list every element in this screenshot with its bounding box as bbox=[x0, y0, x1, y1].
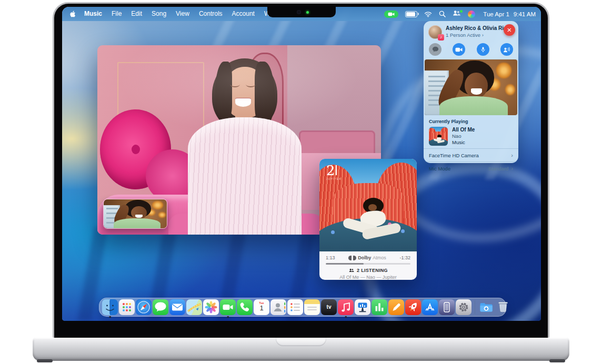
shareplay-button[interactable] bbox=[500, 43, 513, 56]
song-title: All Of Me bbox=[452, 127, 475, 133]
apple-menu-icon[interactable] bbox=[69, 10, 76, 18]
clock-date: Tue Apr 1 bbox=[483, 11, 509, 17]
laptop-foot bbox=[37, 359, 53, 362]
mic-mode-row[interactable]: Mic Mode Standard › bbox=[424, 161, 518, 175]
participant-video bbox=[425, 59, 517, 115]
display-notch bbox=[267, 7, 336, 17]
song-artist: Nao bbox=[452, 133, 475, 139]
menu-song[interactable]: Song bbox=[147, 7, 171, 21]
album-logo: 2 JUPITER bbox=[326, 164, 342, 181]
facetime-session-widget: ♪ Ashley Rico & Olivia Rico 1 Person Act… bbox=[424, 21, 518, 163]
dock-numbers-icon[interactable] bbox=[372, 299, 387, 315]
dolby-atmos-badge: Dolby Atmos bbox=[348, 255, 386, 260]
listening-count: 2 LISTENING bbox=[357, 268, 388, 273]
clock-time: 9:41 AM bbox=[514, 11, 536, 17]
playback-progress-bar[interactable] bbox=[326, 263, 410, 265]
dock-trash-icon[interactable] bbox=[495, 299, 511, 315]
camera-in-use-indicator[interactable] bbox=[384, 11, 398, 18]
chat-bubble-icon bbox=[432, 46, 439, 53]
music-app-badge-icon: ♪ bbox=[438, 34, 444, 41]
siri-icon[interactable] bbox=[468, 11, 475, 18]
menu-app-name[interactable]: Music bbox=[79, 7, 107, 21]
dock-music-icon[interactable] bbox=[338, 299, 354, 315]
shareplay-status-icon[interactable] bbox=[453, 10, 461, 18]
remaining-time: -1:32 bbox=[399, 255, 410, 260]
call-title: Ashley Rico & Olivia Rico bbox=[446, 25, 510, 31]
menu-account[interactable]: Account bbox=[227, 7, 259, 21]
chevron-right-icon: › bbox=[511, 165, 513, 171]
mini-album-artwork bbox=[429, 127, 448, 146]
currently-playing-section: Currently Playing All Of Me Nao Music bbox=[424, 115, 518, 148]
dock-keynote-icon[interactable] bbox=[355, 299, 370, 315]
menu-controls[interactable]: Controls bbox=[194, 7, 227, 21]
widget-header: ♪ Ashley Rico & Olivia Rico 1 Person Act… bbox=[424, 21, 518, 42]
dock-safari-icon[interactable] bbox=[136, 299, 152, 315]
mute-button[interactable] bbox=[477, 43, 489, 56]
shareplay-icon bbox=[503, 46, 510, 53]
menu-edit[interactable]: Edit bbox=[126, 7, 147, 21]
call-active-status[interactable]: 1 Person Active › bbox=[446, 32, 510, 38]
menu-file[interactable]: File bbox=[107, 7, 126, 21]
dock-apple-tv-icon[interactable]: tv bbox=[321, 299, 337, 315]
dock-phone-icon[interactable] bbox=[237, 299, 253, 315]
currently-playing-label: Currently Playing bbox=[429, 119, 513, 124]
camera-setting-row[interactable]: FaceTime HD Camera › bbox=[424, 148, 518, 161]
dock-photos-icon[interactable] bbox=[203, 299, 219, 315]
menu-bar-clock[interactable]: Tue Apr 19:41 AM bbox=[483, 11, 536, 17]
music-card-controls: 1:13 Dolby Atmos -1:32 2 LISTENING All O… bbox=[319, 251, 417, 280]
dock-mail-icon[interactable] bbox=[169, 299, 185, 315]
dock-calendar-icon[interactable]: Tue1 bbox=[254, 299, 269, 315]
dock-downloads-folder-icon[interactable] bbox=[478, 299, 494, 315]
dock-launchpad-icon[interactable] bbox=[119, 299, 135, 315]
video-camera-icon bbox=[455, 47, 463, 52]
shareplay-music-card[interactable]: 2 JUPITER 1:13 Dolby Atmos -1:32 bbox=[319, 159, 417, 280]
lid-lift-notch bbox=[276, 338, 326, 346]
dock-app-store-icon[interactable] bbox=[422, 299, 438, 315]
dock-reminders-icon[interactable] bbox=[287, 299, 303, 315]
call-avatar: ♪ bbox=[428, 25, 442, 39]
dock-rocket-icon[interactable] bbox=[405, 299, 421, 315]
messages-button[interactable] bbox=[429, 43, 442, 56]
song-app: Music bbox=[452, 139, 475, 146]
call-controls bbox=[424, 42, 518, 59]
microphone-icon bbox=[480, 46, 486, 54]
menu-view[interactable]: View bbox=[171, 7, 194, 21]
shareplay-active-dot bbox=[460, 10, 463, 13]
currently-playing-song[interactable]: All Of Me Nao Music bbox=[429, 127, 513, 146]
menu-bar-status: Tue Apr 19:41 AM bbox=[384, 10, 536, 18]
self-view-pip[interactable] bbox=[103, 199, 167, 229]
camera-setting-label: FaceTime HD Camera bbox=[429, 153, 479, 158]
dock-system-settings-icon[interactable] bbox=[456, 299, 471, 315]
local-participant-video bbox=[104, 199, 167, 228]
dock-facetime-icon[interactable] bbox=[220, 299, 236, 315]
album-logo-subtext: JUPITER bbox=[326, 178, 342, 181]
search-icon[interactable] bbox=[439, 11, 446, 17]
laptop-foot bbox=[549, 359, 565, 362]
dock-maps-icon[interactable] bbox=[186, 299, 202, 315]
laptop-display: Music File Edit Song View Controls Accou… bbox=[62, 7, 541, 321]
mic-mode-label: Mic Mode bbox=[429, 166, 450, 171]
macbook-mockup: Music File Edit Song View Controls Accou… bbox=[0, 0, 602, 364]
calendar-day: 1 bbox=[254, 305, 269, 312]
dolby-logo-icon bbox=[353, 256, 356, 260]
laptop-base bbox=[33, 338, 569, 361]
camera-button[interactable] bbox=[453, 43, 465, 56]
dock-notes-icon[interactable] bbox=[304, 299, 320, 315]
dock-pages-icon[interactable] bbox=[388, 299, 404, 315]
dock-separator bbox=[475, 300, 475, 314]
dock-messages-icon[interactable] bbox=[153, 299, 168, 315]
camera-active-led bbox=[306, 11, 309, 14]
mic-mode-value: Standard bbox=[488, 166, 509, 171]
participant-thumbnail[interactable] bbox=[425, 59, 517, 115]
battery-icon[interactable] bbox=[405, 11, 417, 17]
wifi-icon[interactable] bbox=[424, 11, 432, 17]
dock-contacts-icon[interactable] bbox=[270, 299, 286, 315]
album-artwork: 2 JUPITER bbox=[319, 159, 417, 251]
chevron-right-icon: › bbox=[482, 32, 484, 38]
track-info-line: All Of Me — Nao — Jupiter bbox=[326, 275, 410, 280]
tv-label: tv bbox=[321, 299, 337, 315]
dock-iphone-mirroring-icon[interactable] bbox=[439, 299, 455, 315]
dock-finder-icon[interactable] bbox=[102, 299, 118, 315]
dolby-logo-icon bbox=[348, 256, 352, 260]
end-call-button[interactable]: × bbox=[504, 24, 515, 36]
